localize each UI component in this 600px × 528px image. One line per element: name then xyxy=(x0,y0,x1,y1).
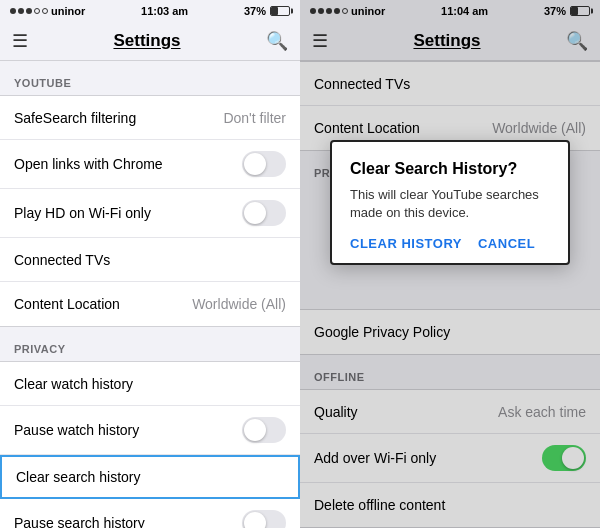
row-label: SafeSearch filtering xyxy=(14,110,136,126)
signal-dot-1 xyxy=(10,8,16,14)
left-status-bar: uninor 11:03 am 37% xyxy=(0,0,300,22)
toggle-pause-search[interactable] xyxy=(242,510,286,528)
search-icon[interactable]: 🔍 xyxy=(266,30,288,52)
row-label: Play HD on Wi-Fi only xyxy=(14,205,151,221)
toggle-play-hd[interactable] xyxy=(242,200,286,226)
left-status-right: 37% xyxy=(244,5,290,17)
toggle-thumb xyxy=(244,153,266,175)
row-label: Pause search history xyxy=(14,515,145,528)
signal-dot-2 xyxy=(18,8,24,14)
list-item[interactable]: Content Location Worldwide (All) xyxy=(0,282,300,326)
row-value: Worldwide (All) xyxy=(192,296,286,312)
battery-percent: 37% xyxy=(244,5,266,17)
left-phone-panel: uninor 11:03 am 37% ☰ Settings 🔍 YOUTUBE… xyxy=(0,0,300,528)
right-phone-panel: uninor 11:04 am 37% ☰ Settings 🔍 Connect… xyxy=(300,0,600,528)
clear-search-dialog: Clear Search History? This will clear Yo… xyxy=(330,140,570,265)
section-header-youtube: YOUTUBE xyxy=(0,61,300,95)
dialog-actions: CLEAR HISTORY CANCEL xyxy=(350,236,550,251)
dialog-title: Clear Search History? xyxy=(350,160,550,178)
youtube-group: SafeSearch filtering Don't filter Open l… xyxy=(0,95,300,327)
toggle-pause-watch[interactable] xyxy=(242,417,286,443)
list-item[interactable]: Open links with Chrome xyxy=(0,140,300,189)
signal-dot-4 xyxy=(34,8,40,14)
toggle-open-links[interactable] xyxy=(242,151,286,177)
row-label: Clear search history xyxy=(16,469,141,485)
list-item[interactable]: Play HD on Wi-Fi only xyxy=(0,189,300,238)
list-item[interactable]: Clear watch history xyxy=(0,362,300,406)
signal-dot-3 xyxy=(26,8,32,14)
list-item[interactable]: Pause watch history xyxy=(0,406,300,455)
signal-dot-5 xyxy=(42,8,48,14)
cancel-button[interactable]: CANCEL xyxy=(478,236,535,251)
time-label: 11:03 am xyxy=(141,5,188,17)
left-nav-bar: ☰ Settings 🔍 xyxy=(0,22,300,61)
dialog-overlay: Clear Search History? This will clear Yo… xyxy=(300,0,600,528)
section-header-privacy: PRIVACY xyxy=(0,327,300,361)
row-value: Don't filter xyxy=(223,110,286,126)
privacy-group: Clear watch history Pause watch history … xyxy=(0,361,300,528)
menu-icon[interactable]: ☰ xyxy=(12,30,28,52)
row-label: Clear watch history xyxy=(14,376,133,392)
clear-history-button[interactable]: CLEAR HISTORY xyxy=(350,236,462,251)
battery-icon xyxy=(270,6,290,16)
row-label: Content Location xyxy=(14,296,120,312)
list-item[interactable]: SafeSearch filtering Don't filter xyxy=(0,96,300,140)
row-label: Open links with Chrome xyxy=(14,156,163,172)
list-item[interactable]: Pause search history xyxy=(0,499,300,528)
left-settings-list: YOUTUBE SafeSearch filtering Don't filte… xyxy=(0,61,300,528)
page-title: Settings xyxy=(113,31,180,51)
dialog-body: This will clear YouTube searches made on… xyxy=(350,186,550,222)
row-label: Pause watch history xyxy=(14,422,139,438)
list-item-clear-search[interactable]: Clear search history xyxy=(0,455,300,499)
carrier-label: uninor xyxy=(51,5,85,17)
list-item[interactable]: Connected TVs xyxy=(0,238,300,282)
toggle-thumb xyxy=(244,512,266,528)
signal-dots xyxy=(10,8,48,14)
battery-fill xyxy=(271,7,278,15)
row-label: Connected TVs xyxy=(14,252,110,268)
left-status-left: uninor xyxy=(10,5,85,17)
toggle-thumb xyxy=(244,419,266,441)
toggle-thumb xyxy=(244,202,266,224)
